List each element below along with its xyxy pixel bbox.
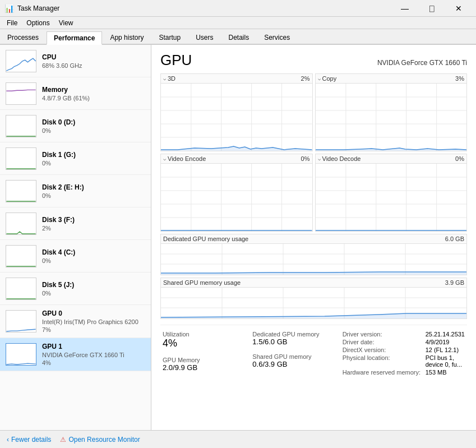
sidebar: CPU 68% 3.60 GHz Memory 4.8/7.9 GB (61%) (0, 45, 151, 430)
dedicated-memory-max: 6.0 GB (445, 235, 464, 242)
disk4-info: Disk 4 (C:) 0% (42, 248, 145, 264)
chart-decode-title: Video Decode (322, 155, 361, 162)
app-icon: 📊 (4, 4, 14, 13)
gpu1-model: NVIDIA GeForce GTX 1660 Ti (42, 352, 145, 358)
main-layout: CPU 68% 3.60 GHz Memory 4.8/7.9 GB (61%) (0, 45, 476, 430)
disk5-thumbnail (6, 278, 36, 300)
tab-app-history[interactable]: App history (103, 30, 151, 44)
hardware-reserved-row: Hardware reserved memory: 153 MB (343, 369, 465, 376)
tab-startup[interactable]: Startup (151, 30, 188, 44)
gpu0-info: GPU 0 Intel(R) Iris(TM) Pro Graphics 620… (42, 310, 145, 333)
disk1-thumbnail (6, 147, 36, 170)
utilization-value: 4% (163, 338, 248, 350)
tab-services[interactable]: Services (257, 30, 297, 44)
maximize-button[interactable]: ⎕ (419, 0, 445, 17)
chart-copy-header: ⌵ Copy 3% (316, 74, 467, 84)
disk0-detail: 0% (42, 127, 145, 134)
dedicated-memory-label: Dedicated GPU memory usage (163, 235, 248, 242)
chevron-decode-icon: ⌵ (318, 156, 321, 161)
chart-3d-header: ⌵ 3D 2% (161, 74, 312, 84)
fewer-details-link[interactable]: ‹ Fewer details (7, 436, 51, 444)
disk3-detail: 2% (42, 225, 145, 232)
chart-decode-area (316, 164, 467, 231)
sidebar-item-cpu[interactable]: CPU 68% 3.60 GHz (0, 45, 151, 77)
utilization-block: Utilization 4% (160, 330, 250, 351)
chevron-icon: ⌵ (163, 76, 166, 81)
sidebar-item-gpu0[interactable]: GPU 0 Intel(R) Iris(TM) Pro Graphics 620… (0, 305, 151, 338)
shared-memory-label: Shared GPU memory usage (163, 279, 241, 286)
dedicated-mem-label: Dedicated GPU memory (252, 331, 338, 338)
tab-details[interactable]: Details (221, 30, 256, 44)
cpu-detail: 68% 3.60 GHz (42, 62, 145, 69)
chart-decode-label: ⌵ Video Decode (318, 155, 361, 162)
menu-file[interactable]: File (2, 18, 22, 28)
physical-location-value: PCI bus 1, device 0, fu... (426, 354, 465, 368)
sidebar-item-gpu1[interactable]: GPU 1 NVIDIA GeForce GTX 1660 Ti 4% (0, 338, 151, 371)
chevron-left-icon: ‹ (7, 436, 9, 444)
cpu-info: CPU 68% 3.60 GHz (42, 53, 145, 69)
disk3-thumbnail (6, 213, 36, 235)
cpu-name: CPU (42, 53, 145, 61)
minimize-button[interactable]: — (392, 0, 418, 17)
driver-date-row: Driver date: 4/9/2019 (343, 339, 465, 345)
sidebar-item-disk4[interactable]: Disk 4 (C:) 0% (0, 240, 151, 273)
tab-users[interactable]: Users (188, 30, 220, 44)
shared-memory-max: 3.9 GB (445, 279, 464, 286)
sidebar-item-disk2[interactable]: Disk 2 (E: H:) 0% (0, 175, 151, 207)
chart-encode-header: ⌵ Video Encode 0% (161, 154, 312, 164)
tab-performance[interactable]: Performance (47, 31, 102, 45)
bottom-bar: ‹ Fewer details ⚠ Open Resource Monitor (0, 430, 476, 448)
chart-decode-header: ⌵ Video Decode 0% (316, 154, 467, 164)
memory-thumbnail (6, 82, 36, 105)
chart-video-encode: ⌵ Video Encode 0% (160, 154, 313, 232)
tab-processes[interactable]: Processes (0, 30, 46, 44)
top-charts-grid: ⌵ 3D 2% (160, 73, 467, 151)
sidebar-item-disk1[interactable]: Disk 1 (G:) 0% (0, 142, 151, 175)
disk4-thumbnail (6, 245, 36, 267)
dedicated-mem-block: Dedicated GPU memory 1.5/6.0 GB (250, 330, 340, 348)
shared-memory-area (161, 288, 466, 318)
sidebar-item-memory[interactable]: Memory 4.8/7.9 GB (61%) (0, 77, 151, 110)
disk2-thumbnail (6, 180, 36, 202)
stats-col1: Utilization 4% GPU Memory 2.0/9.9 GB (160, 330, 250, 377)
directx-value: 12 (FL 12.1) (426, 347, 459, 353)
disk3-name: Disk 3 (F:) (42, 216, 145, 224)
chevron-encode-icon: ⌵ (163, 156, 166, 161)
disk3-info: Disk 3 (F:) 2% (42, 216, 145, 232)
chart-3d-area (161, 84, 312, 151)
disk1-info: Disk 1 (G:) 0% (42, 151, 145, 167)
gpu1-info: GPU 1 NVIDIA GeForce GTX 1660 Ti 4% (42, 343, 145, 366)
dedicated-mem-value: 1.5/6.0 GB (252, 338, 338, 347)
driver-version-row: Driver version: 25.21.14.2531 (343, 331, 465, 338)
gpu1-thumbnail (6, 343, 36, 366)
disk5-name: Disk 5 (J:) (42, 281, 145, 289)
menu-view[interactable]: View (54, 18, 78, 28)
disk0-name: Disk 0 (D:) (42, 118, 145, 126)
dedicated-memory-chart: Dedicated GPU memory usage 6.0 GB (160, 234, 467, 275)
stats-col2: Dedicated GPU memory 1.5/6.0 GB Shared G… (250, 330, 340, 377)
disk5-detail: 0% (42, 290, 145, 297)
sidebar-item-disk5[interactable]: Disk 5 (J:) 0% (0, 273, 151, 305)
hardware-reserved-label: Hardware reserved memory: (343, 369, 421, 376)
driver-version-label: Driver version: (343, 331, 421, 338)
sidebar-item-disk3[interactable]: Disk 3 (F:) 2% (0, 207, 151, 240)
close-button[interactable]: ✕ (446, 0, 472, 17)
chart-decode-value: 0% (455, 155, 464, 162)
sidebar-item-disk0[interactable]: Disk 0 (D:) 0% (0, 110, 151, 142)
open-resource-monitor-link[interactable]: ⚠ Open Resource Monitor (60, 436, 140, 444)
physical-location-label: Physical location: (343, 354, 421, 368)
menu-options[interactable]: Options (22, 18, 54, 28)
gpu-memory-value: 2.0/9.9 GB (163, 363, 248, 372)
shared-memory-chart: Shared GPU memory usage 3.9 GB (160, 278, 467, 319)
shared-memory-header: Shared GPU memory usage 3.9 GB (161, 278, 466, 288)
chart-encode-label: ⌵ Video Encode (163, 155, 206, 162)
disk4-detail: 0% (42, 257, 145, 264)
disk2-name: Disk 2 (E: H:) (42, 183, 145, 191)
gpu0-util: 7% (42, 326, 145, 333)
chart-copy-value: 3% (455, 75, 464, 82)
chart-encode-value: 0% (301, 155, 310, 162)
chevron-copy-icon: ⌵ (318, 76, 321, 81)
stats-col3: Driver version: 25.21.14.2531 Driver dat… (340, 330, 467, 377)
chart-video-decode: ⌵ Video Decode 0% (315, 154, 468, 232)
chart-3d-title: 3D (168, 75, 175, 82)
